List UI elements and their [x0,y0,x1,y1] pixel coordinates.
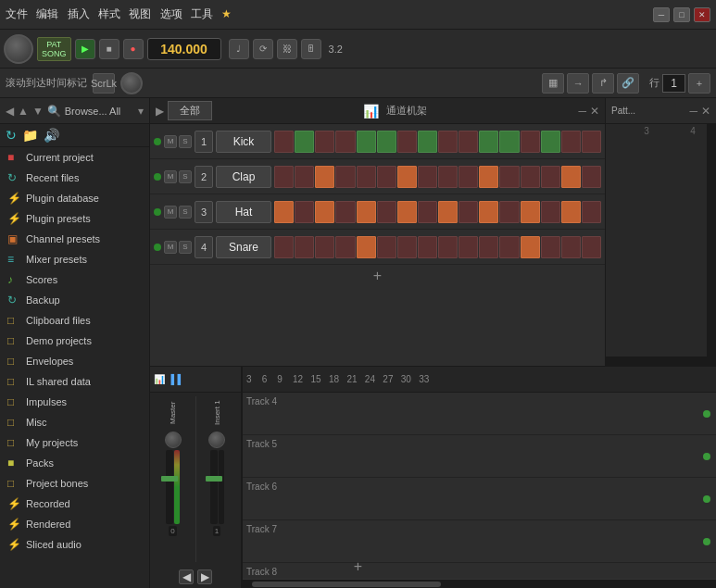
channel-led-hat[interactable] [154,208,161,216]
play-button[interactable]: ▶ [75,39,95,59]
pad-clap-10[interactable] [479,166,498,188]
main-knob[interactable] [4,34,33,64]
pad-snare-10[interactable] [479,236,498,258]
mixer-pan-left[interactable]: ◀ [179,569,194,584]
channel-m-button-snare[interactable]: M [164,241,177,254]
pad-hat-13[interactable] [541,201,560,223]
playlist-track-track8[interactable]: Track 8 [243,563,716,579]
pad-snare-15[interactable] [582,236,601,258]
insert1-fader-handle[interactable] [206,476,222,482]
playlist-scroll-handle[interactable] [252,582,441,587]
sidebar-item-sliced-audio[interactable]: ⚡ Sliced audio [0,534,149,555]
sidebar-item-plugin-database[interactable]: ⚡ Plugin database [0,188,149,208]
pad-clap-13[interactable] [541,166,560,188]
pad-clap-9[interactable] [458,166,478,188]
pad-hat-5[interactable] [377,201,396,223]
sidebar-item-packs[interactable]: ■ Packs [0,453,149,473]
menu-options[interactable]: 选项 [160,7,182,20]
pad-clap-5[interactable] [377,166,396,188]
pad-kick-2[interactable] [315,131,334,153]
menu-style[interactable]: 样式 [98,7,120,20]
pad-snare-1[interactable] [295,236,314,258]
pad-snare-11[interactable] [499,236,519,258]
add-channel-button[interactable]: + [150,265,605,287]
close-button[interactable]: ✕ [694,7,710,22]
pad-kick-14[interactable] [561,131,581,153]
pad-clap-8[interactable] [438,166,458,188]
menu-edit[interactable]: 编辑 [36,7,58,20]
pad-clap-2[interactable] [315,166,334,188]
pad-hat-7[interactable] [418,201,437,223]
pad-snare-14[interactable] [561,236,581,258]
menu-file[interactable]: 文件 [6,7,28,20]
pad-kick-8[interactable] [438,131,458,153]
mixer-button[interactable]: 🎚 [301,39,321,59]
pad-snare-12[interactable] [521,236,540,258]
pad-kick-4[interactable] [357,131,376,153]
pad-hat-9[interactable] [458,201,478,223]
channel-led-kick[interactable] [154,138,161,145]
metronome-button[interactable]: ♩ [229,39,249,59]
maximize-button[interactable]: □ [673,7,690,22]
channel-s-button-kick[interactable]: S [179,135,192,148]
pad-snare-8[interactable] [438,236,458,258]
pad-hat-0[interactable] [274,201,294,223]
pad-snare-13[interactable] [541,236,560,258]
pad-clap-14[interactable] [561,166,581,188]
grid-button[interactable]: ▦ [542,73,564,94]
channel-m-button-kick[interactable]: M [164,135,177,148]
sidebar-item-current-project[interactable]: ■ Current project [0,147,149,168]
pad-hat-2[interactable] [315,201,334,223]
pad-clap-3[interactable] [335,166,355,188]
playlist-track-track5[interactable]: Track 5 [243,435,716,478]
pattern-close[interactable]: ✕ [701,105,710,118]
pad-kick-9[interactable] [458,131,478,153]
rack-nav-icon[interactable]: ▶ [156,105,164,118]
channel-led-snare[interactable] [154,244,161,251]
channel-name-kick[interactable]: Kick [216,131,271,153]
pad-snare-7[interactable] [418,236,437,258]
pad-hat-15[interactable] [582,201,601,223]
pad-kick-6[interactable] [397,131,417,153]
sidebar-nav-up[interactable]: ▲ [18,105,29,118]
sidebar-tool-speaker[interactable]: 🔊 [44,128,59,143]
menu-view[interactable]: 视图 [129,7,151,20]
channel-s-button-snare[interactable]: S [179,241,192,254]
mixer-icon[interactable]: 📊 [363,104,379,119]
pad-hat-8[interactable] [438,201,458,223]
sidebar-item-recent-files[interactable]: ↻ Recent files [0,168,149,188]
sidebar-item-envelopes[interactable]: □ Envelopes [0,351,149,371]
scrlk-button[interactable]: ScrLk [93,73,115,94]
pad-hat-3[interactable] [335,201,355,223]
pad-kick-5[interactable] [377,131,396,153]
pad-hat-1[interactable] [295,201,314,223]
playlist-track-track4[interactable]: Track 4 [243,393,716,435]
channel-led-clap[interactable] [154,173,161,181]
pad-hat-11[interactable] [499,201,519,223]
master-fader-track[interactable] [166,450,173,524]
bpm-display[interactable]: 140.000 [147,38,221,60]
snap-button[interactable]: 🔗 [617,73,639,94]
sidebar-nav-down[interactable]: ▼ [32,105,44,118]
rack-minimize[interactable]: ─ [579,105,587,118]
pad-clap-4[interactable] [357,166,376,188]
pad-clap-12[interactable] [521,166,540,188]
pad-snare-9[interactable] [458,236,478,258]
sidebar-item-misc[interactable]: □ Misc [0,412,149,432]
sidebar-item-mixer-presets[interactable]: ≡ Mixer presets [0,249,149,269]
pattern-vscrollbar[interactable] [707,124,716,357]
link-button[interactable]: ⛓ [277,39,297,59]
pad-kick-1[interactable] [295,131,314,153]
sidebar-item-scores[interactable]: ♪ Scores [0,269,149,290]
pad-clap-11[interactable] [499,166,519,188]
channel-name-snare[interactable]: Snare [216,236,271,258]
sidebar-item-my-projects[interactable]: □ My projects [0,432,149,453]
sidebar-item-project-bones[interactable]: □ Project bones [0,473,149,494]
channel-s-button-clap[interactable]: S [179,170,192,183]
sidebar-tool-refresh[interactable]: ↻ [6,128,17,143]
pad-hat-4[interactable] [357,201,376,223]
pad-snare-4[interactable] [357,236,376,258]
pad-hat-14[interactable] [561,201,581,223]
master-knob[interactable] [165,432,182,448]
pad-kick-11[interactable] [499,131,519,153]
